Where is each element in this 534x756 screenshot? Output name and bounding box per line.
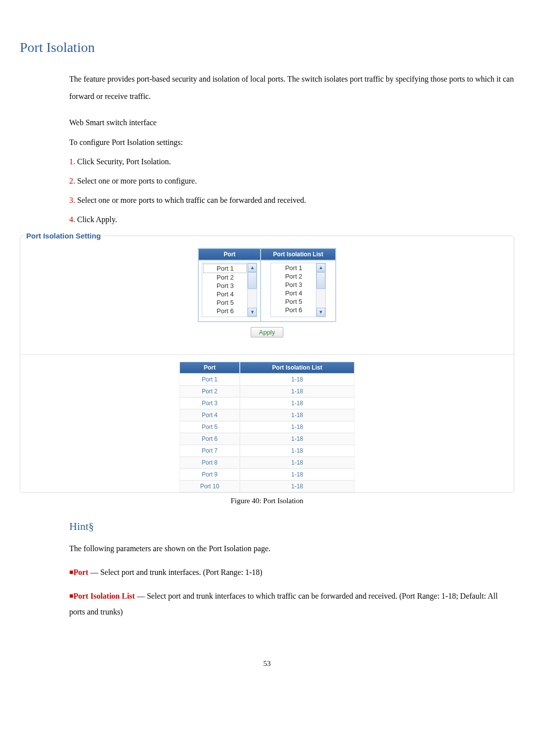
- scrollbar[interactable]: ▲ ▼: [316, 263, 325, 317]
- web-interface-line: Web Smart switch interface: [69, 114, 514, 131]
- list-item[interactable]: Port 3: [272, 281, 315, 289]
- hint-intro: The following parameters are shown on th…: [69, 541, 514, 557]
- cell-iso: 1-18: [240, 385, 355, 397]
- scroll-up-icon[interactable]: ▲: [248, 263, 257, 272]
- step-text: Select one or more ports to which traffi…: [75, 196, 306, 204]
- step-num: 2.: [69, 177, 75, 185]
- cell-iso: 1-18: [240, 469, 355, 480]
- cell-port: Port 9: [179, 469, 240, 480]
- intro-block: The feature provides port-based security…: [69, 70, 514, 229]
- cell-iso: 1-18: [240, 397, 355, 409]
- list-item[interactable]: Port 1: [272, 264, 315, 272]
- table-row: Port 91-18: [179, 469, 355, 480]
- list-item[interactable]: Port 2: [272, 272, 315, 281]
- list-item[interactable]: Port 2: [203, 273, 247, 282]
- cell-port: Port 10: [179, 480, 240, 492]
- hint-term: Port Isolation List: [73, 592, 134, 600]
- hint-heading: Hint§: [69, 520, 514, 533]
- step-1: 1. Click Security, Port Isolation.: [69, 153, 514, 170]
- table-row: Port 41-18: [179, 409, 355, 421]
- list-item[interactable]: Port 5: [203, 298, 247, 307]
- cell-iso: 1-18: [240, 421, 355, 433]
- cell-port: Port 2: [179, 385, 240, 397]
- step-4: 4. Click Apply.: [69, 211, 514, 228]
- hint-term: Port: [73, 568, 88, 576]
- step-num: 1.: [69, 157, 75, 166]
- list-item[interactable]: Port 3: [203, 282, 247, 290]
- cell-port: Port 3: [179, 397, 240, 409]
- port-isolation-result-table: Port Port Isolation List Port 11-18 Port…: [179, 362, 355, 492]
- table-row: Port 81-18: [179, 457, 355, 469]
- list-item[interactable]: Port 6: [272, 306, 315, 314]
- cell-iso: 1-18: [240, 480, 355, 492]
- step-num: 3.: [69, 196, 75, 204]
- isolation-listbox[interactable]: Port 1 Port 2 Port 3 Port 4 Port 5 Port …: [270, 263, 326, 317]
- step-text: Select one or more ports to configure.: [75, 177, 197, 185]
- divider: [20, 354, 514, 355]
- table-row: Port 61-18: [179, 433, 355, 445]
- list-item[interactable]: Port 6: [203, 307, 247, 315]
- scrollbar[interactable]: ▲ ▼: [247, 263, 257, 317]
- page-title: Port Isolation: [20, 40, 514, 55]
- step-text: Click Security, Port Isolation.: [75, 157, 171, 166]
- cell-port: Port 1: [179, 374, 240, 385]
- table-row: Port 71-18: [179, 445, 355, 457]
- isolation-column-header: Port Isolation List: [261, 248, 335, 260]
- table-row: Port 101-18: [179, 480, 355, 492]
- table-row: Port 31-18: [179, 397, 355, 409]
- hint-item: ■Port — Select port and trunk interfaces…: [69, 565, 514, 580]
- table-row: Port 21-18: [179, 385, 355, 397]
- scroll-down-icon[interactable]: ▼: [248, 308, 257, 317]
- fieldset-legend: Port Isolation Setting: [24, 232, 103, 240]
- cell-port: Port 6: [179, 433, 240, 445]
- list-item[interactable]: Port 1: [203, 264, 247, 273]
- cell-iso: 1-18: [240, 409, 355, 421]
- step-text: Click Apply.: [75, 215, 117, 224]
- cell-port: Port 7: [179, 445, 240, 457]
- cell-iso: 1-18: [240, 445, 355, 457]
- config-line: To configure Port Isolation settings:: [69, 134, 514, 151]
- figure-caption: Figure 40: Port Isolation: [20, 497, 514, 505]
- scroll-down-icon[interactable]: ▼: [316, 308, 325, 317]
- cell-iso: 1-18: [240, 374, 355, 385]
- cell-iso: 1-18: [240, 457, 355, 469]
- cell-port: Port 8: [179, 457, 240, 469]
- table-row: Port 11-18: [179, 374, 355, 385]
- apply-button[interactable]: Apply: [251, 327, 284, 337]
- port-select-table: Port Port Isolation List Port 1 Port 2 P…: [198, 248, 336, 322]
- step-3: 3. Select one or more ports to which tra…: [69, 191, 514, 209]
- cell-port: Port 4: [179, 409, 240, 421]
- page-number: 53: [20, 660, 514, 668]
- step-num: 4.: [69, 215, 75, 224]
- result-header-iso: Port Isolation List: [240, 362, 355, 374]
- intro-paragraph: The feature provides port-based security…: [69, 70, 514, 105]
- scroll-thumb[interactable]: [316, 272, 325, 289]
- list-item[interactable]: Port 4: [272, 289, 315, 297]
- port-isolation-fieldset: Port Isolation Setting Port Port Isolati…: [20, 232, 514, 493]
- cell-port: Port 5: [179, 421, 240, 433]
- hint-desc: — Select port and trunk interfaces. (Por…: [89, 568, 263, 576]
- port-listbox[interactable]: Port 1 Port 2 Port 3 Port 4 Port 5 Port …: [202, 263, 257, 317]
- list-item[interactable]: Port 5: [272, 297, 315, 306]
- table-row: Port 51-18: [179, 421, 355, 433]
- scroll-up-icon[interactable]: ▲: [316, 263, 325, 272]
- result-header-port: Port: [179, 362, 240, 374]
- scroll-thumb[interactable]: [248, 272, 257, 289]
- hint-item: ■Port Isolation List — Select port and t…: [69, 588, 514, 620]
- cell-iso: 1-18: [240, 433, 355, 445]
- list-item[interactable]: Port 4: [203, 290, 247, 298]
- step-2: 2. Select one or more ports to configure…: [69, 172, 514, 189]
- port-column-header: Port: [198, 248, 261, 260]
- hint-body: The following parameters are shown on th…: [69, 541, 514, 620]
